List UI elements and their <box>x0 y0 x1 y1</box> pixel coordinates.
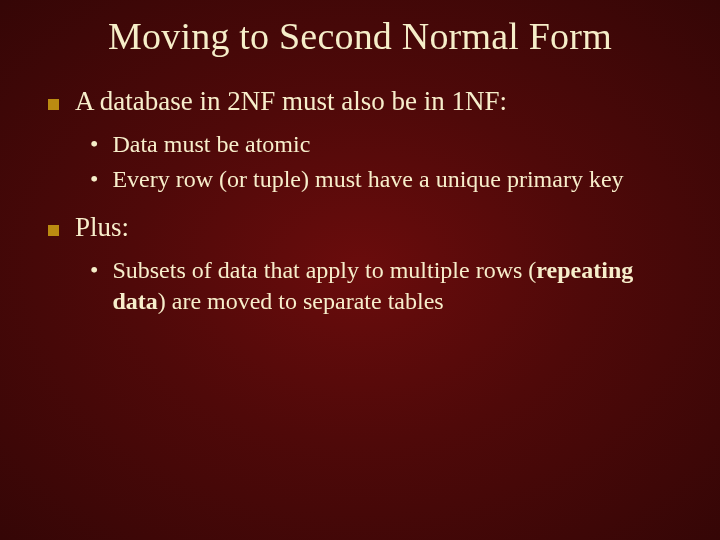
square-bullet-icon <box>48 225 59 236</box>
dot-bullet-icon: • <box>90 164 98 195</box>
sub-item-2: • Every row (or tuple) must have a uniqu… <box>90 164 692 195</box>
sub-item-3: • Subsets of data that apply to multiple… <box>90 255 692 316</box>
slide-title: Moving to Second Normal Form <box>28 14 692 58</box>
bullet-list-level1: Plus: <box>48 212 692 243</box>
bullet-item-1-text: A database in 2NF must also be in 1NF: <box>75 86 507 117</box>
sub-item-1: • Data must be atomic <box>90 129 692 160</box>
sub-item-2-text: Every row (or tuple) must have a unique … <box>112 164 623 195</box>
bullet-list-level2-a: • Data must be atomic • Every row (or tu… <box>90 129 692 194</box>
sub-item-3-part-c: ) are moved to separate tables <box>158 288 444 314</box>
bullet-item-2: Plus: <box>48 212 692 243</box>
bullet-list-level1: A database in 2NF must also be in 1NF: <box>48 86 692 117</box>
bullet-list-level2-b: • Subsets of data that apply to multiple… <box>90 255 692 316</box>
sub-item-3-text: Subsets of data that apply to multiple r… <box>112 255 692 316</box>
bullet-item-2-text: Plus: <box>75 212 129 243</box>
square-bullet-icon <box>48 99 59 110</box>
bullet-item-1: A database in 2NF must also be in 1NF: <box>48 86 692 117</box>
dot-bullet-icon: • <box>90 255 98 286</box>
sub-item-3-part-a: Subsets of data that apply to multiple r… <box>112 257 536 283</box>
slide: Moving to Second Normal Form A database … <box>0 0 720 540</box>
dot-bullet-icon: • <box>90 129 98 160</box>
sub-item-1-text: Data must be atomic <box>112 129 310 160</box>
